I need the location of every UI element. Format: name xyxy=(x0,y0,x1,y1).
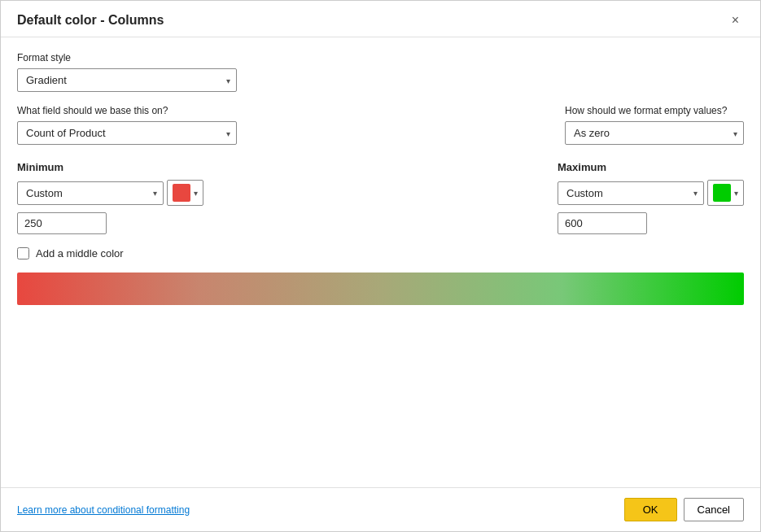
empty-values-section: How should we format empty values? As ze… xyxy=(565,105,744,145)
field-base-label: What field should we base this on? xyxy=(17,105,237,116)
cancel-button[interactable]: Cancel xyxy=(684,498,744,521)
dialog-title: Default color - Columns xyxy=(17,13,164,28)
ok-button[interactable]: OK xyxy=(624,498,677,521)
field-base-section: What field should we base this on? Count… xyxy=(17,105,237,145)
maximum-type-dropdown-wrapper: Custom Highest value Number Percent Perc… xyxy=(558,181,704,205)
min-max-row: Minimum Custom Lowest value Number Perce… xyxy=(17,161,744,234)
maximum-color-swatch xyxy=(713,184,731,202)
maximum-section: Maximum Custom Highest value Number Perc… xyxy=(558,161,744,234)
field-empty-row: What field should we base this on? Count… xyxy=(17,105,744,145)
middle-color-row: Add a middle color xyxy=(17,247,744,259)
minimum-heading: Minimum xyxy=(17,161,203,173)
minimum-color-chevron-icon: ▾ xyxy=(194,189,198,198)
minimum-type-dropdown-wrapper: Custom Lowest value Number Percent Perce… xyxy=(17,181,164,205)
maximum-type-select[interactable]: Custom Highest value Number Percent Perc… xyxy=(558,181,704,205)
footer-buttons: OK Cancel xyxy=(624,498,744,521)
gradient-preview-bar xyxy=(17,273,744,305)
dialog-footer: Learn more about conditional formatting … xyxy=(1,487,760,531)
dialog-container: Default color - Columns × Format style G… xyxy=(0,0,761,532)
dialog-header: Default color - Columns × xyxy=(1,1,760,37)
middle-color-checkbox[interactable] xyxy=(17,247,29,259)
close-button[interactable]: × xyxy=(727,12,744,28)
field-base-dropdown-wrapper: Count of Product ▾ xyxy=(17,121,237,145)
middle-color-label: Add a middle color xyxy=(36,247,124,259)
field-base-select[interactable]: Count of Product xyxy=(17,121,237,145)
format-style-section: Format style Gradient Rules Field value … xyxy=(17,52,744,92)
minimum-color-swatch xyxy=(173,184,190,202)
empty-values-dropdown-wrapper: As zero As blank ▾ xyxy=(565,121,744,145)
minimum-value-input[interactable] xyxy=(17,212,107,234)
minimum-color-picker-button[interactable]: ▾ xyxy=(167,180,203,206)
empty-values-label: How should we format empty values? xyxy=(565,105,744,116)
empty-values-select[interactable]: As zero As blank xyxy=(565,121,744,145)
minimum-controls-row: Custom Lowest value Number Percent Perce… xyxy=(17,180,203,206)
maximum-value-input[interactable] xyxy=(558,212,647,234)
dialog-body: Format style Gradient Rules Field value … xyxy=(1,37,760,487)
format-style-select[interactable]: Gradient Rules Field value xyxy=(17,68,237,92)
minimum-type-select[interactable]: Custom Lowest value Number Percent Perce… xyxy=(17,181,164,205)
minimum-section: Minimum Custom Lowest value Number Perce… xyxy=(17,161,203,234)
format-style-label: Format style xyxy=(17,52,744,63)
maximum-heading: Maximum xyxy=(558,161,744,173)
maximum-controls-row: Custom Highest value Number Percent Perc… xyxy=(558,180,744,206)
maximum-color-chevron-icon: ▾ xyxy=(734,189,738,198)
learn-more-link[interactable]: Learn more about conditional formatting xyxy=(17,504,190,516)
maximum-color-picker-button[interactable]: ▾ xyxy=(707,180,744,206)
format-style-dropdown-wrapper: Gradient Rules Field value ▾ xyxy=(17,68,237,92)
